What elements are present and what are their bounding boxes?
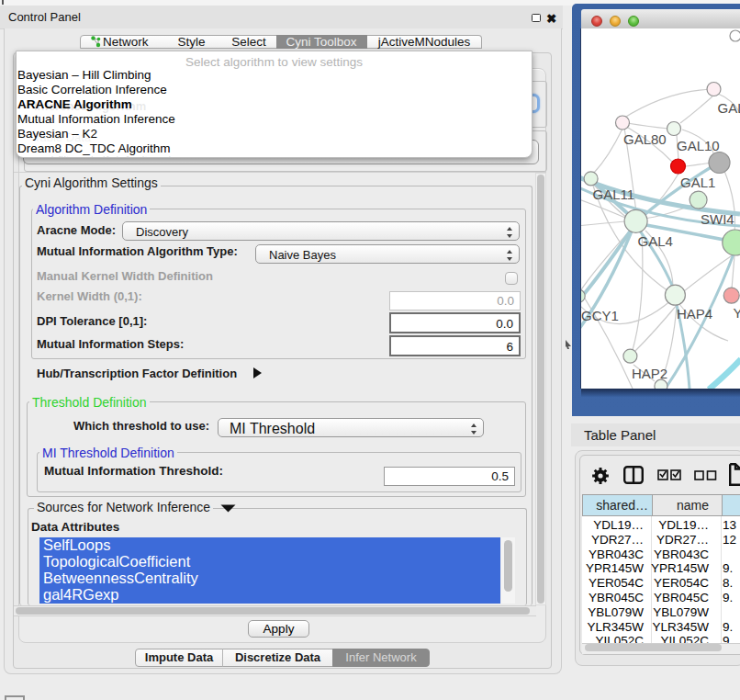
svg-text:SWI4: SWI4 — [701, 211, 734, 227]
svg-text:GAL80: GAL80 — [623, 131, 667, 147]
svg-text:GAL4: GAL4 — [638, 233, 673, 249]
svg-text:GAL7: GAL7 — [718, 100, 740, 116]
svg-text:HAP2: HAP2 — [632, 366, 667, 381]
svg-text:GAL10: GAL10 — [677, 138, 720, 153]
svg-text:Y: Y — [734, 305, 740, 321]
svg-text:GAL1: GAL1 — [680, 175, 715, 190]
svg-text:GCY1: GCY1 — [581, 308, 619, 323]
svg-text:HAP4: HAP4 — [677, 306, 712, 322]
svg-text:GAL11: GAL11 — [593, 186, 635, 202]
